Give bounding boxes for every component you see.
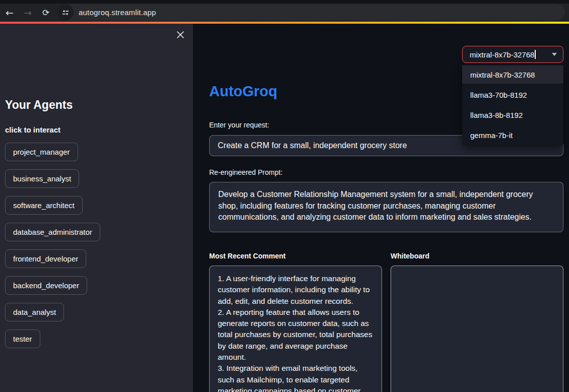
main-content: AutoGroq mixtral-8x7b-32768 mixtral-8x7b…	[193, 24, 569, 392]
agent-button[interactable]: frontend_developer	[5, 249, 86, 268]
agent-button[interactable]: software_architect	[5, 196, 83, 215]
sidebar-subtitle: click to interact	[5, 125, 60, 134]
page-title: AutoGroq	[209, 83, 277, 100]
model-option[interactable]: gemma-7b-it	[462, 126, 563, 144]
most-recent-comment-label: Most Recent Comment	[209, 252, 286, 260]
most-recent-comment-textarea[interactable]: 1. A user-friendly interface for managin…	[209, 266, 382, 392]
agent-list: project_managerbusiness_analystsoftware_…	[5, 143, 100, 348]
forward-icon[interactable]: →	[20, 4, 35, 22]
browser-toolbar: ← → ⟳ autogroq.streamlit.app	[0, 4, 569, 22]
close-icon[interactable]	[176, 31, 184, 39]
model-option-label: mixtral-8x7b-32768	[470, 71, 535, 79]
model-option-label: llama3-70b-8192	[470, 91, 527, 99]
browser-tab-strip	[0, 0, 569, 4]
text-cursor	[535, 50, 536, 59]
sidebar: Your Agents click to interact project_ma…	[0, 24, 193, 392]
whiteboard-label: Whiteboard	[391, 252, 429, 260]
agent-button[interactable]: data_analyst	[5, 303, 64, 321]
app-body: Your Agents click to interact project_ma…	[0, 24, 569, 392]
browser-chrome: ← → ⟳ autogroq.streamlit.app	[0, 0, 569, 22]
sidebar-title: Your Agents	[5, 98, 73, 112]
model-option-label: llama3-8b-8192	[470, 111, 523, 119]
url-text: autogroq.streamlit.app	[79, 8, 156, 17]
agent-button[interactable]: business_analyst	[5, 169, 79, 188]
model-select-value: mixtral-8x7b-32768	[470, 50, 534, 59]
back-icon[interactable]: ←	[2, 4, 17, 22]
agent-button[interactable]: tester	[5, 330, 40, 348]
site-settings-icon[interactable]	[57, 4, 74, 21]
model-select-menu: mixtral-8x7b-32768 llama3-70b-8192 llama…	[462, 64, 563, 145]
request-label: Enter your request:	[209, 121, 269, 129]
agent-button[interactable]: backend_developer	[5, 276, 87, 295]
model-select[interactable]: mixtral-8x7b-32768	[462, 46, 563, 63]
reengineered-prompt-label: Re-engineered Prompt:	[209, 168, 283, 176]
model-option[interactable]: llama3-70b-8192	[462, 86, 563, 104]
agent-button[interactable]: database_administrator	[5, 223, 100, 241]
model-option[interactable]: llama3-8b-8192	[462, 106, 563, 124]
reengineered-prompt-textarea[interactable]: Develop a Customer Relationship Manageme…	[209, 182, 563, 232]
chevron-down-icon	[552, 53, 557, 56]
model-option-label: gemma-7b-it	[470, 131, 513, 140]
reload-icon[interactable]: ⟳	[38, 4, 53, 22]
model-option[interactable]: mixtral-8x7b-32768	[462, 66, 563, 84]
address-bar[interactable]: autogroq.streamlit.app	[57, 4, 565, 21]
agent-button[interactable]: project_manager	[5, 143, 78, 161]
whiteboard-textarea[interactable]	[391, 266, 563, 392]
